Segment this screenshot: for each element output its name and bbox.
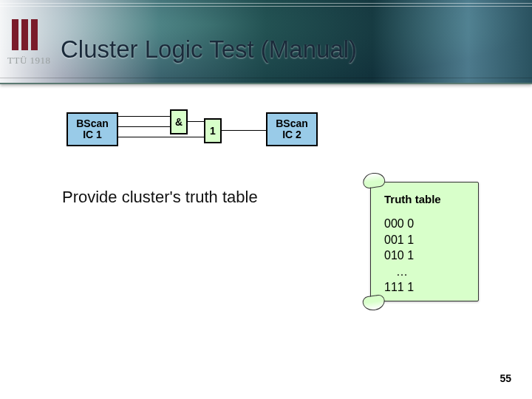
chip2-label-line2: IC 2 bbox=[282, 129, 301, 140]
logo-text: TTÜ 1918 bbox=[7, 55, 51, 66]
truth-table-row: 111 1 bbox=[384, 279, 471, 296]
truth-table-row: … bbox=[384, 264, 471, 280]
or-gate: 1 bbox=[204, 118, 222, 143]
scroll-body: Truth table 000 0 001 1 010 1 … 111 1 bbox=[370, 182, 479, 301]
page-number: 55 bbox=[499, 372, 511, 384]
cluster-diagram: BScan IC 1 & 1 BScan IC 2 bbox=[66, 109, 362, 168]
scroll-curl-icon bbox=[362, 294, 386, 312]
logo-bars-icon bbox=[12, 19, 51, 50]
wire-icon bbox=[220, 130, 266, 131]
wire-icon bbox=[117, 116, 170, 117]
and-gate: & bbox=[170, 109, 188, 134]
or-gate-symbol: 1 bbox=[210, 125, 216, 137]
bscan-ic1-block: BScan IC 1 bbox=[66, 112, 118, 146]
chip1-label-line1: BScan bbox=[76, 118, 109, 129]
university-logo: TTÜ 1918 bbox=[7, 19, 51, 66]
truth-table-scroll: Truth table 000 0 001 1 010 1 … 111 1 bbox=[364, 174, 479, 309]
slide-subtitle: Provide cluster's truth table bbox=[62, 188, 258, 207]
slide-title: Cluster Logic Test (Manual) bbox=[61, 35, 357, 64]
wire-icon bbox=[117, 137, 204, 137]
truth-table-row: 010 1 bbox=[384, 248, 471, 264]
chip1-label-line2: IC 1 bbox=[83, 129, 102, 140]
wire-icon bbox=[186, 121, 204, 122]
bscan-ic2-block: BScan IC 2 bbox=[266, 112, 318, 146]
chip2-label-line1: BScan bbox=[276, 118, 308, 129]
wire-icon bbox=[117, 126, 170, 127]
and-gate-symbol: & bbox=[175, 116, 183, 128]
truth-table-row: 000 0 bbox=[384, 216, 471, 232]
truth-table-row: 001 1 bbox=[384, 232, 471, 248]
truth-table-heading: Truth table bbox=[384, 193, 471, 205]
